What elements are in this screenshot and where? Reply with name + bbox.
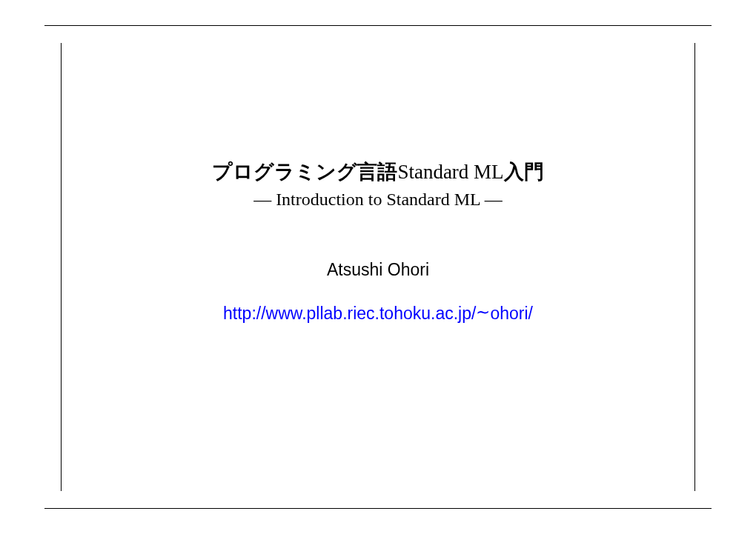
title-main: プログラミング言語Standard ML入門 bbox=[212, 158, 543, 185]
title-jp-prefix: プログラミング言語 bbox=[212, 161, 397, 183]
bottom-rule bbox=[44, 508, 712, 509]
slide-frame: プログラミング言語Standard ML入門 — Introduction to… bbox=[61, 43, 695, 491]
top-rule bbox=[44, 25, 712, 26]
title-en-mid: Standard ML bbox=[397, 161, 503, 183]
title-block: プログラミング言語Standard ML入門 — Introduction to… bbox=[212, 158, 543, 210]
url-tilde: ∼ bbox=[476, 303, 490, 321]
author-url[interactable]: http://www.pllab.riec.tohoku.ac.jp/∼ohor… bbox=[223, 302, 533, 324]
author-name: Atsushi Ohori bbox=[327, 260, 429, 280]
title-jp-suffix: 入門 bbox=[504, 161, 544, 183]
url-suffix: ohori/ bbox=[490, 304, 533, 323]
subtitle: — Introduction to Standard ML — bbox=[212, 190, 543, 210]
url-prefix: http://www.pllab.riec.tohoku.ac.jp/ bbox=[223, 304, 476, 323]
